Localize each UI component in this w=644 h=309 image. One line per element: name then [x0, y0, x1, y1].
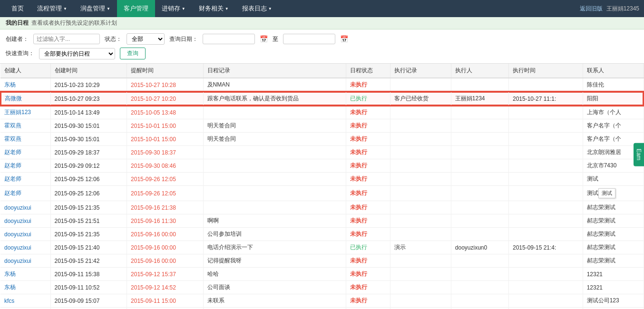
cell-creator[interactable]: 高微微: [0, 92, 50, 106]
cell-record: 公司面谈: [203, 281, 346, 294]
cell-creator[interactable]: dooyuzixui: [0, 201, 50, 214]
cell-record: 及NMAN: [203, 78, 346, 92]
col-record: 日程记录: [203, 64, 346, 78]
cell-creator[interactable]: kfcs: [0, 308, 50, 309]
nav-inventory[interactable]: 进销存: [155, 0, 192, 17]
cell-create-time: 2015-09-09 15:07: [50, 294, 127, 308]
nav-customer[interactable]: 客户管理: [117, 0, 155, 17]
cell-contact: 测试公司123: [583, 294, 644, 308]
cell-contact: 阳阳: [583, 92, 644, 106]
cell-create-time: 2015-10-23 10:29: [50, 78, 127, 92]
cell-executor: [451, 106, 508, 119]
side-tab[interactable]: Eam: [634, 143, 644, 166]
cell-status: 未执行: [346, 159, 390, 173]
cell-creator[interactable]: 赵老师: [0, 173, 50, 186]
col-remind-time: 提醒时间: [127, 64, 203, 78]
table-row: 高微微 2015-10-27 09:23 2015-10-27 10:20 跟客…: [0, 92, 644, 106]
cell-creator[interactable]: dooyuzixui: [0, 241, 50, 254]
cell-create-time: 2015-09-11 10:52: [50, 281, 127, 294]
cell-exec-time: [508, 281, 583, 294]
cell-status: 未执行: [346, 281, 390, 294]
cell-exec-record: [390, 186, 451, 201]
cell-status: 未执行: [346, 186, 390, 201]
cell-exec-time: [508, 186, 583, 201]
date-end-input[interactable]: [283, 34, 335, 44]
cell-create-time: 2015-09-30 15:01: [50, 119, 127, 133]
nav-finance[interactable]: 财务相关: [192, 0, 235, 17]
cell-create-time: 2015-09-15 21:35: [50, 228, 127, 241]
cell-status: 未执行: [346, 173, 390, 186]
cell-exec-time: [508, 78, 583, 92]
cell-remind-time: 2015-09-11 15:00: [127, 294, 203, 308]
table-row: 霍双燕 2015-09-30 15:01 2015-10-01 15:00 明天…: [0, 133, 644, 146]
cell-exec-time: [508, 214, 583, 228]
breadcrumb: 我的日程 查看或者执行预先设定的联系计划: [0, 17, 644, 29]
cell-creator[interactable]: dooyuzixui: [0, 228, 50, 241]
cell-creator[interactable]: 霍双燕: [0, 133, 50, 146]
table-row: 东杨 2015-09-11 15:38 2015-09-12 15:37 哈哈 …: [0, 268, 644, 281]
cell-creator[interactable]: kfcs: [0, 294, 50, 308]
cell-exec-record: [390, 133, 451, 146]
return-old-version-link[interactable]: 返回旧版: [580, 5, 603, 13]
cell-record: [203, 173, 346, 186]
date-start-input[interactable]: [203, 34, 255, 44]
cell-exec-record: 客户已经收货: [390, 92, 451, 106]
cell-status: 未执行: [346, 133, 390, 146]
cell-executor: [451, 146, 508, 159]
cell-remind-time: 2015-09-30 18:37: [127, 146, 203, 159]
cell-remind-time: 2015-09-16 11:30: [127, 214, 203, 228]
cell-record: 未联系: [203, 294, 346, 308]
cell-create-time: 2015-09-11 15:38: [50, 268, 127, 281]
cell-record: [203, 159, 346, 173]
creator-input[interactable]: [33, 34, 100, 44]
tooltip-badge: 测试: [598, 188, 615, 198]
date-label: 查询日期：: [169, 35, 198, 43]
cell-creator[interactable]: 赵老师: [0, 186, 50, 201]
cell-creator[interactable]: 东杨: [0, 268, 50, 281]
cell-executor: [451, 281, 508, 294]
cal-end-icon[interactable]: 📅: [340, 35, 348, 43]
table-row: dooyuzixui 2015-09-15 21:40 2015-09-16 0…: [0, 241, 644, 254]
cell-creator[interactable]: dooyuzixui: [0, 254, 50, 268]
cell-executor: [451, 173, 508, 186]
cell-record: 啊啊: [203, 214, 346, 228]
cell-contact: 测试: [583, 173, 644, 186]
cell-creator[interactable]: 赵老师: [0, 159, 50, 173]
status-select[interactable]: 全部 未执行 已执行: [127, 33, 165, 45]
table-row: dooyuzixui 2015-09-15 21:35 2015-09-16 2…: [0, 201, 644, 214]
cal-start-icon[interactable]: 📅: [260, 35, 268, 43]
cell-create-time: 2015-09-15 21:51: [50, 214, 127, 228]
cell-remind-time: 2015-09-30 08:46: [127, 159, 203, 173]
filter-row-2: 快速查询： 全部要执行的日程 今天要执行的日程 本周要执行的日程 查询: [6, 48, 638, 59]
cell-creator[interactable]: 东杨: [0, 281, 50, 294]
cell-exec-time: [508, 201, 583, 214]
cell-creator[interactable]: dooyuzixui: [0, 214, 50, 228]
cell-record: 记得提醒我呀: [203, 254, 346, 268]
table-row: 赵老师 2015-09-29 18:37 2015-09-30 18:37 未执…: [0, 146, 644, 159]
cell-remind-time: 2015-10-05 13:48: [127, 106, 203, 119]
cell-create-time: 2015-09-15 21:42: [50, 254, 127, 268]
cell-creator[interactable]: 东杨: [0, 78, 50, 92]
col-status: 日程状态: [346, 64, 390, 78]
col-exec-record: 执行记录: [390, 64, 451, 78]
quick-search-select[interactable]: 全部要执行的日程 今天要执行的日程 本周要执行的日程: [39, 48, 115, 59]
cell-creator[interactable]: 赵老师: [0, 146, 50, 159]
cell-exec-record: 演示: [390, 241, 451, 254]
col-contact: 联系人: [583, 64, 644, 78]
search-button[interactable]: 查询: [120, 48, 146, 59]
cell-creator[interactable]: 王丽娟123: [0, 106, 50, 119]
cell-record: 明天签合同: [203, 119, 346, 133]
cell-creator[interactable]: 霍双燕: [0, 119, 50, 133]
cell-executor: [451, 186, 508, 201]
cell-exec-record: [390, 254, 451, 268]
cell-status: 未执行: [346, 254, 390, 268]
cell-record: [203, 106, 346, 119]
table-row: 赵老师 2015-09-25 12:06 2015-09-26 12:05 未执…: [0, 173, 644, 186]
nav-workflow[interactable]: 流程管理: [30, 0, 74, 17]
cell-create-time: 2015-09-15 21:35: [50, 201, 127, 214]
nav-runpan[interactable]: 润盘管理: [74, 0, 117, 17]
schedule-table-container: 创建人 创建时间 提醒时间 日程记录 日程状态 执行记录 执行人 执行时间 联系…: [0, 64, 644, 309]
nav-reports[interactable]: 报表日志: [235, 0, 279, 17]
table-header-row: 创建人 创建时间 提醒时间 日程记录 日程状态 执行记录 执行人 执行时间 联系…: [0, 64, 644, 78]
nav-home[interactable]: 首页: [5, 0, 30, 17]
